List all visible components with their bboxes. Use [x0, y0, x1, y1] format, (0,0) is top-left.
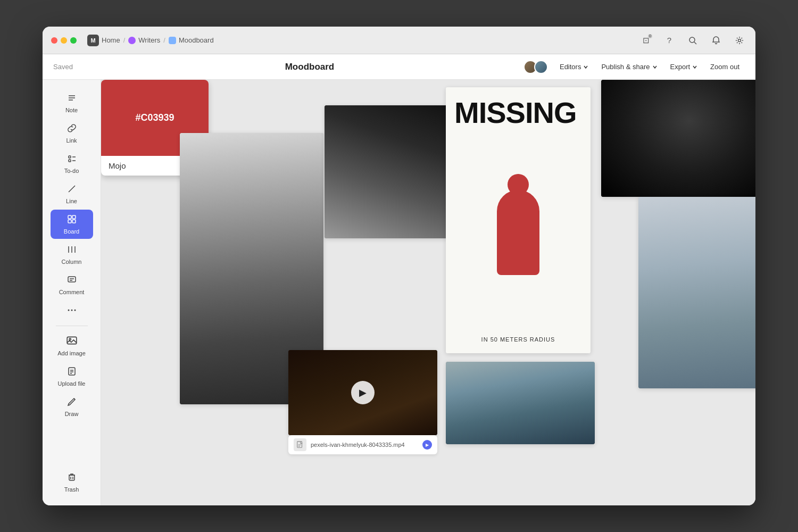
portrait-image-inner — [601, 80, 755, 197]
toolbar-actions: Editors Publish & share Export Zoom out — [523, 60, 745, 74]
red-figure — [497, 190, 539, 275]
saved-label: Saved — [53, 63, 96, 71]
missing-subtitle-text: IN 50 METERS RADIUS — [454, 336, 582, 343]
search-icon-btn[interactable] — [685, 33, 700, 48]
svg-point-2 — [738, 39, 741, 41]
comment-icon — [66, 275, 77, 287]
breadcrumb-sep-2: / — [163, 36, 165, 44]
main-area: Note Link — [43, 80, 755, 505]
trees-up-image[interactable] — [446, 362, 595, 444]
sidebar-item-note[interactable]: Note — [51, 88, 93, 118]
house-image[interactable] — [325, 105, 456, 238]
board-icon — [66, 214, 77, 226]
app-window: M Home / Writers / Moodboard ⊡ 0 — [43, 27, 755, 505]
publish-share-button[interactable]: Publish & share — [596, 60, 662, 73]
sidebar-item-upload[interactable]: Upload file — [51, 362, 93, 391]
svg-line-10 — [69, 186, 75, 192]
svg-line-1 — [694, 42, 696, 44]
video-thumbnail[interactable]: ▶ — [288, 350, 437, 435]
video-filename: pexels-ivan-khmelyuk-8043335.mp4 — [311, 442, 405, 448]
sidebar-item-line[interactable]: Line — [51, 179, 93, 209]
line-icon — [66, 184, 77, 196]
toolbar: Saved Moodboard Editors Publish & share … — [43, 54, 755, 80]
play-button[interactable]: ▶ — [351, 381, 375, 404]
settings-icon — [735, 36, 744, 45]
video-file-label[interactable]: pexels-ivan-khmelyuk-8043335.mp4 ▶ — [288, 435, 437, 454]
breadcrumb-home[interactable]: M Home — [87, 35, 120, 46]
sidebar-line-label: Line — [66, 198, 77, 204]
swatch-hex-label: #C03939 — [135, 112, 174, 123]
sidebar-trash-label: Trash — [64, 486, 79, 493]
trash-icon — [66, 472, 77, 484]
todo-icon — [66, 153, 77, 165]
svg-rect-6 — [69, 156, 71, 158]
chevron-down-icon-3 — [692, 64, 697, 70]
portrait-image[interactable] — [601, 80, 755, 197]
chevron-down-icon — [583, 64, 588, 70]
more-icon — [66, 305, 77, 317]
file-icon — [294, 438, 306, 451]
svg-rect-8 — [69, 160, 71, 162]
forest-right-inner — [638, 197, 755, 388]
forest-right-image[interactable] — [638, 197, 755, 388]
close-button[interactable] — [51, 37, 57, 44]
link-icon — [66, 123, 77, 135]
breadcrumb-sep-1: / — [123, 36, 126, 44]
sidebar-item-add-image[interactable]: Add image — [51, 330, 93, 361]
note-icon — [66, 93, 77, 105]
sidebar-item-draw[interactable]: Draw — [51, 392, 93, 421]
sidebar-column-label: Column — [62, 259, 82, 265]
sidebar-item-board[interactable]: Board — [51, 210, 93, 239]
svg-rect-18 — [68, 277, 76, 282]
sidebar-note-label: Note — [65, 107, 78, 113]
breadcrumb-moodboard[interactable]: Moodboard — [169, 36, 214, 44]
help-icon: ? — [667, 36, 671, 45]
settings-icon-btn[interactable] — [732, 33, 747, 48]
breadcrumb-writers-label: Writers — [138, 36, 160, 44]
moodboard-icon — [169, 37, 176, 44]
zoom-out-button[interactable]: Zoom out — [705, 60, 745, 73]
sidebar-item-more[interactable] — [51, 301, 93, 321]
svg-rect-24 — [67, 337, 77, 344]
sidebar-item-todo[interactable]: To-do — [51, 149, 93, 178]
export-button[interactable]: Export — [665, 60, 703, 73]
missing-title-text: MISSING — [454, 98, 582, 128]
sidebar-board-label: Board — [64, 228, 79, 235]
upload-icon — [66, 366, 77, 378]
chevron-down-icon-2 — [652, 64, 658, 70]
missing-figure — [454, 133, 582, 332]
titlebar-right: ⊡ 0 ? — [638, 33, 747, 48]
sidebar-item-trash[interactable]: Trash — [51, 468, 93, 497]
sidebar-link-label: Link — [66, 137, 77, 144]
missing-poster[interactable]: MISSING IN 50 METERS RADIUS — [446, 87, 591, 353]
breadcrumb-writers[interactable]: Writers — [128, 36, 160, 44]
svg-rect-13 — [68, 220, 71, 223]
bell-icon-btn[interactable] — [709, 33, 724, 48]
svg-rect-14 — [72, 220, 76, 223]
sidebar-upload-label: Upload file — [58, 380, 86, 387]
sidebar-add-image-label: Add image — [57, 350, 86, 356]
help-icon-btn[interactable]: ? — [662, 33, 677, 48]
minimize-button[interactable] — [61, 37, 67, 44]
traffic-lights — [51, 37, 77, 44]
page-title: Moodboard — [96, 62, 523, 72]
sidebar-item-link[interactable]: Link — [51, 119, 93, 148]
home-icon: M — [87, 35, 99, 46]
sidebar-item-comment[interactable]: Comment — [51, 270, 93, 300]
tablet-icon-btn[interactable]: ⊡ 0 — [638, 33, 653, 48]
play-small-icon[interactable]: ▶ — [422, 440, 432, 450]
breadcrumb-moodboard-label: Moodboard — [179, 36, 214, 44]
sidebar-comment-label: Comment — [59, 289, 85, 295]
video-inner: ▶ — [288, 350, 437, 435]
sidebar-item-column[interactable]: Column — [51, 240, 93, 269]
svg-point-22 — [71, 310, 72, 311]
breadcrumb: M Home / Writers / Moodboard — [87, 35, 214, 46]
avatar-2 — [534, 60, 548, 74]
search-icon — [688, 36, 697, 45]
editors-button[interactable]: Editors — [554, 60, 594, 73]
writers-icon — [128, 37, 136, 44]
svg-point-0 — [689, 37, 695, 43]
trees-up-inner — [446, 362, 595, 444]
maximize-button[interactable] — [70, 37, 77, 44]
draw-icon — [66, 396, 77, 409]
